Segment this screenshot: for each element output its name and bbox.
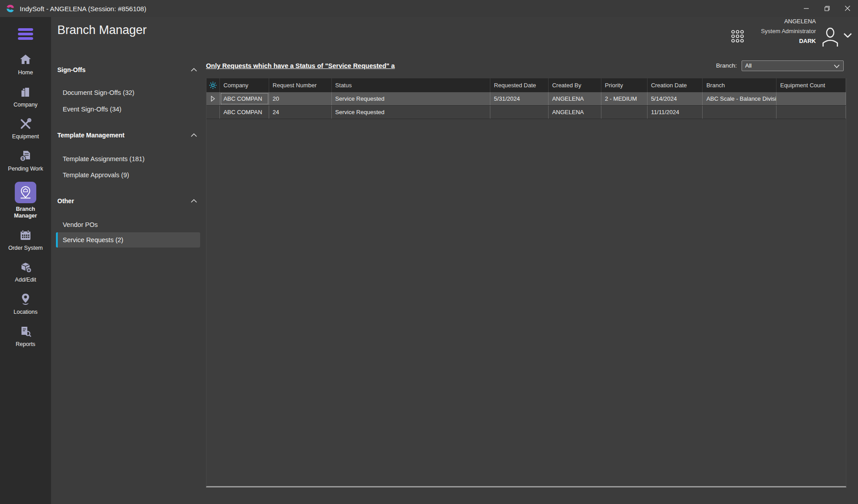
cell-created_by[interactable]: ANGELENA: [549, 106, 601, 119]
chevron-up-icon[interactable]: [191, 68, 197, 72]
grid-row[interactable]: ABC COMPAN24Service RequestedANGELENA11/…: [206, 106, 846, 119]
menu-item-event-sign-offs[interactable]: Event Sign-Offs (34): [63, 106, 121, 113]
selection-accent-bar: [56, 232, 58, 248]
section-title: Other: [57, 197, 74, 205]
sidebar-item-home[interactable]: Home: [7, 49, 44, 81]
minimize-icon: [804, 6, 809, 11]
map-pin-icon: [19, 293, 32, 306]
cell-requested_date[interactable]: 5/31/2024: [490, 92, 549, 105]
cell-requested_date[interactable]: [490, 106, 549, 119]
cell-company[interactable]: ABC COMPAN: [220, 106, 269, 119]
sidebar-item-locations[interactable]: Locations: [7, 289, 44, 321]
cell-branch[interactable]: [703, 106, 776, 119]
sidebar-item-label: Company: [13, 102, 38, 109]
sidebar-item-pending-work[interactable]: $Pending Work: [7, 145, 44, 178]
expand-triangle-icon: [211, 96, 215, 102]
hamburger-menu-icon[interactable]: [17, 28, 34, 40]
user-name: ANGELENA: [761, 18, 816, 25]
cell-status[interactable]: Service Requested: [332, 106, 490, 119]
grid-header-row: CompanyRequest NumberStatusRequested Dat…: [206, 78, 846, 92]
section-other[interactable]: Other: [57, 197, 197, 205]
document-dollar-icon: $: [19, 149, 32, 163]
cell-creation_date[interactable]: 11/11/2024: [648, 106, 703, 119]
column-header-equipment_count[interactable]: Equipment Count: [776, 78, 846, 92]
branch-dropdown[interactable]: All: [742, 60, 844, 71]
home-icon: [19, 53, 32, 67]
theme-label: DARK: [761, 38, 816, 44]
box-plus-icon: [19, 261, 32, 274]
chevron-up-icon[interactable]: [191, 133, 197, 137]
sidebar-item-label: Home: [18, 69, 33, 77]
menu-item-template-approvals[interactable]: Template Approvals (9): [63, 171, 129, 179]
cell-request_number[interactable]: 20: [269, 92, 332, 105]
section-template-management[interactable]: Template Management: [57, 132, 197, 139]
sidebar-item-label: Pending Work: [8, 166, 43, 173]
cell-request_number[interactable]: 24: [269, 106, 332, 119]
chevron-up-icon[interactable]: [191, 199, 197, 203]
column-header-branch[interactable]: Branch: [703, 78, 776, 92]
minimize-button[interactable]: [796, 0, 817, 17]
menu-item-service-requests[interactable]: Service Requests (2): [56, 232, 200, 248]
chevron-down-icon[interactable]: [844, 33, 852, 38]
sun-settings-icon: [209, 81, 217, 89]
cell-creation_date[interactable]: 5/14/2024: [648, 92, 703, 105]
user-info: ANGELENA System Administrator DARK: [761, 18, 816, 44]
building-icon: [19, 85, 32, 99]
status-filter-notice: Only Requests which have a Status of "Se…: [206, 62, 395, 69]
cell-company[interactable]: ABC COMPAN: [220, 92, 269, 105]
menu-item-document-sign-offs[interactable]: Document Sign-Offs (32): [63, 89, 134, 96]
avatar[interactable]: [819, 26, 841, 47]
titlebar: IndySoft - ANGELENA (Session: #856108): [0, 0, 858, 17]
branch-pin-icon: [19, 186, 32, 199]
menu-item-vendor-pos[interactable]: Vendor POs: [63, 221, 98, 228]
sidebar-item-label: BranchManager: [14, 206, 37, 220]
menu-item-template-assignments[interactable]: Template Assignments (181): [63, 155, 145, 162]
sidebar-item-branch-manager[interactable]: BranchManager: [7, 178, 44, 225]
row-expand-button[interactable]: [206, 106, 220, 119]
sidebar-item-add-edit[interactable]: Add/Edit: [7, 256, 44, 289]
svg-text:$: $: [21, 156, 24, 161]
cell-created_by[interactable]: ANGELENA: [549, 92, 601, 105]
column-header-priority[interactable]: Priority: [601, 78, 648, 92]
cell-status[interactable]: Service Requested: [332, 92, 490, 105]
cell-equipment_count[interactable]: [776, 106, 846, 119]
service-requests-grid: CompanyRequest NumberStatusRequested Dat…: [206, 78, 846, 487]
sidebar-item-label: Reports: [16, 341, 35, 348]
grid-row[interactable]: ABC COMPAN20Service Requested5/31/2024AN…: [206, 92, 846, 106]
chevron-down-icon: [834, 64, 840, 68]
column-header-company[interactable]: Company: [220, 78, 269, 92]
calendar-icon: [19, 229, 32, 242]
sidebar-item-label: Locations: [13, 309, 38, 316]
cell-branch[interactable]: ABC Scale - Balance Divisi: [703, 92, 776, 105]
close-icon: [845, 6, 850, 11]
sidebar-item-reports[interactable]: Reports: [7, 321, 44, 353]
user-role: System Administrator: [761, 28, 816, 34]
section-title: Sign-Offs: [57, 66, 86, 73]
cell-priority[interactable]: 2 - MEDIUM: [601, 92, 648, 105]
cell-equipment_count[interactable]: [776, 92, 846, 105]
window-title: IndySoft - ANGELENA (Session: #856108): [20, 5, 146, 13]
grid-customize-button[interactable]: [206, 78, 220, 92]
column-header-creation_date[interactable]: Creation Date: [648, 78, 703, 92]
column-header-created_by[interactable]: Created By: [549, 78, 601, 92]
column-header-requested_date[interactable]: Requested Date: [490, 78, 549, 92]
section-sign-offs[interactable]: Sign-Offs: [57, 66, 197, 73]
menu-panel: Sign-Offs Document Sign-Offs (32) Event …: [51, 17, 204, 504]
column-header-request_number[interactable]: Request Number: [269, 78, 332, 92]
sidebar-item-company[interactable]: Company: [7, 81, 44, 114]
restore-button[interactable]: [817, 0, 837, 17]
sidebar-item-label: Order System: [8, 245, 43, 252]
cell-priority[interactable]: [601, 106, 648, 119]
app-grid-icon[interactable]: [731, 30, 744, 43]
menu-item-label: Service Requests (2): [63, 236, 123, 243]
sidebar-item-order-system[interactable]: Order System: [7, 225, 44, 257]
sidebar-item-label: Equipment: [12, 133, 39, 141]
sidebar-item-label: Add/Edit: [15, 277, 36, 284]
page-title: Branch Manager: [57, 23, 147, 37]
sidebar-item-equipment[interactable]: Equipment: [7, 113, 44, 145]
sidebar: HomeCompanyEquipment$Pending WorkBranchM…: [0, 17, 51, 504]
row-expand-button[interactable]: [206, 92, 220, 105]
section-title: Template Management: [57, 132, 124, 139]
column-header-status[interactable]: Status: [332, 78, 490, 92]
close-button[interactable]: [837, 0, 858, 17]
